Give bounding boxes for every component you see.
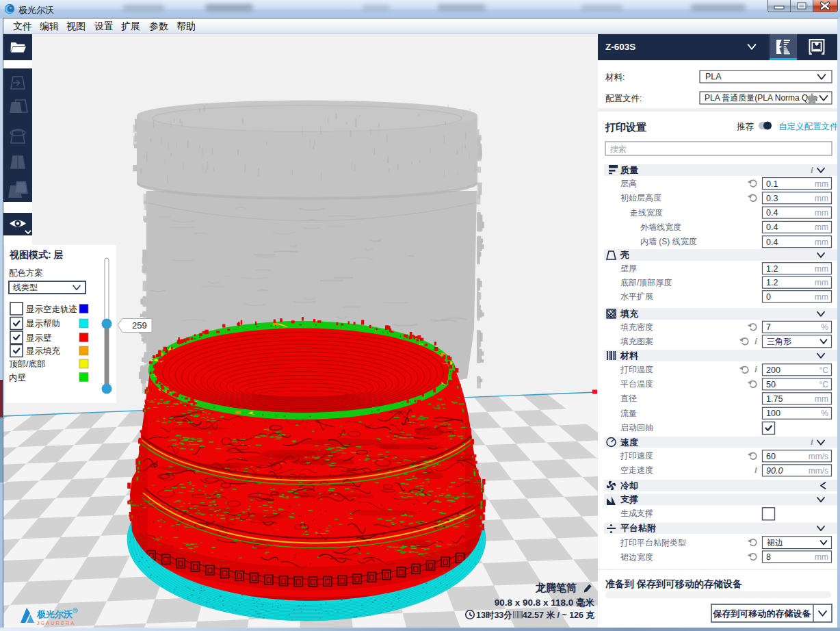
svg-text:生成支撑: 生成支撑	[620, 508, 653, 518]
svg-text:填充密度: 填充密度	[620, 322, 653, 332]
svg-text:%: %	[821, 409, 828, 418]
svg-text:打印温度: 打印温度	[620, 365, 653, 374]
svg-text:内壁: 内壁	[9, 373, 26, 383]
svg-text:JGAURORA: JGAURORA	[37, 621, 76, 626]
svg-text:i: i	[754, 337, 757, 346]
svg-text:Z-603S: Z-603S	[605, 42, 635, 52]
svg-text:启动回抽: 启动回抽	[620, 423, 653, 433]
svg-text:裙边: 裙边	[767, 538, 783, 548]
svg-text:mm: mm	[815, 237, 828, 247]
svg-text:°C: °C	[819, 380, 829, 389]
svg-text:mm/s: mm/s	[809, 466, 828, 476]
svg-text:线类型: 线类型	[13, 283, 38, 292]
svg-text:1.2: 1.2	[766, 264, 778, 274]
svg-text:PLA 普通质量(PLA Norma Qua: PLA 普通质量(PLA Norma Qua	[705, 93, 817, 103]
svg-text:0.4: 0.4	[766, 222, 778, 232]
svg-text:填充: 填充	[620, 309, 639, 319]
svg-text:打印平台粘附类型: 打印平台粘附类型	[620, 538, 686, 548]
svg-text:走线宽度: 走线宽度	[630, 208, 663, 218]
svg-text:显示填充: 显示填充	[26, 346, 61, 356]
svg-text:壁厚: 壁厚	[620, 263, 637, 273]
svg-text:龙腾笔筒: 龙腾笔筒	[535, 582, 577, 593]
svg-text:i: i	[754, 465, 757, 475]
svg-text:流量: 流量	[620, 409, 637, 418]
svg-text:°C: °C	[819, 365, 829, 375]
svg-text:显示壁: 显示壁	[26, 333, 52, 343]
svg-text:平台粘附: 平台粘附	[620, 523, 656, 533]
svg-text:259: 259	[132, 320, 147, 331]
svg-text:极光尔沃: 极光尔沃	[36, 609, 73, 619]
svg-text:速度: 速度	[620, 437, 639, 448]
svg-text:mm: mm	[815, 278, 828, 287]
svg-text:mm: mm	[815, 264, 828, 274]
svg-text:0.4: 0.4	[766, 237, 778, 247]
svg-text:壳: 壳	[620, 250, 629, 260]
svg-text:裙边宽度: 裙边宽度	[620, 552, 653, 562]
svg-text:顶部/底部: 顶部/底部	[9, 359, 45, 369]
svg-text:推荐: 推荐	[737, 122, 754, 131]
svg-text:打印设置: 打印设置	[605, 121, 646, 133]
svg-text:配置文件:: 配置文件:	[605, 94, 642, 103]
svg-text:mm: mm	[815, 292, 828, 302]
svg-text:显示空走轨迹: 显示空走轨迹	[26, 305, 77, 314]
svg-text:内墙 (S) 线宽度: 内墙 (S) 线宽度	[640, 237, 697, 246]
svg-text:R: R	[74, 608, 77, 613]
svg-text:mm: mm	[815, 394, 828, 404]
svg-text:视图模式: 层: 视图模式: 层	[9, 249, 64, 260]
svg-text:材料:: 材料:	[605, 73, 625, 82]
svg-text:42.57 米 / ~ 126 克: 42.57 米 / ~ 126 克	[523, 610, 595, 620]
svg-text:mm: mm	[815, 552, 828, 562]
svg-text:保存到可移动的存储设备: 保存到可移动的存储设备	[713, 608, 812, 619]
svg-text:支撑: 支撑	[620, 494, 638, 504]
svg-text:三角形: 三角形	[767, 337, 791, 346]
svg-text:50: 50	[766, 380, 776, 389]
svg-text:mm: mm	[815, 194, 828, 203]
svg-text:0.4: 0.4	[766, 208, 778, 218]
svg-text:底部/顶部厚度: 底部/顶部厚度	[620, 278, 672, 287]
svg-text:外墙线宽度: 外墙线宽度	[640, 222, 681, 232]
svg-text:90.0: 90.0	[766, 466, 783, 476]
svg-text:7: 7	[766, 322, 771, 332]
svg-text:60: 60	[766, 452, 776, 461]
svg-text:mm: mm	[815, 208, 828, 218]
svg-text:200: 200	[766, 365, 780, 375]
svg-text:mm/s: mm/s	[809, 452, 828, 461]
svg-text:i: i	[754, 365, 757, 374]
svg-text:搜索: 搜索	[610, 144, 627, 154]
svg-text:配色方案: 配色方案	[9, 268, 43, 278]
svg-text:0.3: 0.3	[766, 194, 778, 203]
svg-text:8: 8	[766, 552, 771, 562]
svg-text:初始层高度: 初始层高度	[620, 193, 661, 203]
svg-text:准备到 保存到可移动的存储设备: 准备到 保存到可移动的存储设备	[605, 578, 742, 589]
svg-text:PLA: PLA	[705, 72, 722, 81]
svg-text:0: 0	[766, 292, 771, 302]
svg-text:100: 100	[766, 409, 780, 418]
svg-text:13时33分: 13时33分	[476, 610, 512, 620]
svg-text:自定义配置文件: 自定义配置文件	[778, 122, 837, 131]
svg-text:90.8 x 90.8 x 118.0 毫米: 90.8 x 90.8 x 118.0 毫米	[495, 597, 595, 608]
svg-text:材料: 材料	[620, 350, 639, 361]
svg-text:0.1: 0.1	[766, 179, 778, 189]
svg-text:1.75: 1.75	[766, 394, 783, 404]
svg-text:直径: 直径	[620, 394, 637, 403]
svg-text:mm: mm	[815, 222, 828, 232]
svg-text:填充图案: 填充图案	[620, 337, 653, 346]
svg-text:显示帮助: 显示帮助	[26, 319, 60, 329]
svg-text:质量: 质量	[620, 165, 638, 175]
svg-text:1.2: 1.2	[766, 278, 778, 287]
svg-text:层高: 层高	[620, 179, 637, 188]
svg-text:平台温度: 平台温度	[620, 379, 653, 389]
svg-text:空走速度: 空走速度	[620, 465, 653, 475]
svg-text:mm: mm	[815, 179, 828, 189]
svg-text:冷却: 冷却	[620, 480, 638, 491]
svg-text:打印速度: 打印速度	[620, 451, 653, 461]
svg-text:水平扩展: 水平扩展	[620, 292, 653, 301]
svg-text:%: %	[821, 322, 828, 332]
